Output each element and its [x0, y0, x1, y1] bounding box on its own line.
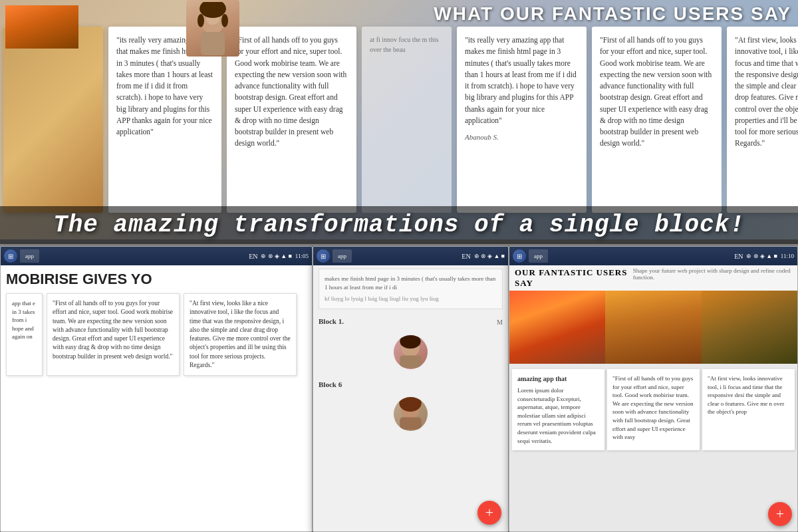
block-6-label: Block 6 [319, 380, 342, 388]
image-block-coastal [702, 291, 797, 364]
taskbar-middle: ⊞ app EN ⊕ ⊗ ◈ ▲ ■ [313, 247, 508, 265]
testimonials-row-top: "its really very amazing app that makes … [0, 27, 798, 213]
right-card-main-text: "First of all hands off to you guys for … [612, 375, 693, 440]
lang-badge-right: EN [734, 253, 743, 260]
block-6-row: Block 6 [313, 378, 508, 394]
right-browser-topbar: OUR FANTASTIC USERS SAY Shape your futur… [509, 265, 797, 291]
bottom-card-partial-text: app that e in 3 takes from i hope and ag… [12, 300, 35, 340]
taskbar-item-mid[interactable]: app [332, 249, 352, 263]
right-testimonials-row: amazing app that Lorem ipsum dolor conse… [509, 366, 797, 453]
testimonial-card-2: "First of all hands off to you guys for … [227, 27, 356, 213]
testimonial-card-5: "At first view, looks like a nice innova… [727, 27, 798, 213]
taskbar-label-mid: app [338, 253, 346, 259]
image-block-sunset [509, 291, 605, 364]
avatar-block-2 [313, 394, 508, 438]
taskbar-right-info: EN ⊕ ⊗ ◈ ▲ ■ 11:10 [734, 253, 794, 260]
bottom-card-main: "First of all hands off to you guys for … [47, 293, 180, 376]
start-button-icon-right[interactable]: ⊞ [513, 249, 526, 263]
system-icons-right: ⊕ ⊗ ◈ ▲ ■ [746, 253, 777, 259]
browser-window-right: ⊞ app EN ⊕ ⊗ ◈ ▲ ■ 11:10 OUR FANTASTIC U… [509, 246, 798, 532]
block-1-label: Block 1. [319, 317, 344, 325]
right-card-lorem-label: amazing app that [517, 374, 599, 384]
add-block-button[interactable]: + [477, 501, 501, 525]
editor-content: makes me finish html page in 3 minutes (… [313, 265, 508, 531]
testimonial-card-middle-blurred: at fi innov focu the m this over the bea… [362, 27, 452, 213]
image-block-water [605, 291, 701, 364]
right-card-main: "First of all hands off to you guys for … [607, 369, 700, 450]
image-blocks-row [509, 291, 797, 364]
testimonial-text-3: "its really very amazing app that makes … [465, 36, 577, 124]
taskbar-app-label: app [25, 253, 34, 259]
browser-window-left: ⊞ app EN ⊕ ⊗ ◈ ▲ ■ 11:05 MOBIRISE GIVES … [0, 246, 313, 532]
avatar-face-2 [394, 397, 428, 431]
person-photo-top [186, 0, 243, 57]
browser-content-left: MOBIRISE GIVES YO app that e in 3 takes … [1, 265, 312, 531]
start-button-icon[interactable]: ⊞ [4, 249, 17, 263]
right-card-partial-text: "At first view, looks innovative tool, i… [708, 375, 784, 415]
overlay-title-text: The amazing transformations of a single … [53, 211, 745, 239]
page-header-title: WHAT OUR FANTASTIC USERS SAY [434, 3, 791, 25]
taskbar-left: ⊞ app EN ⊕ ⊗ ◈ ▲ ■ 11:05 [1, 247, 312, 265]
bottom-card-third-text: "At first view, looks like a nice innova… [190, 300, 291, 368]
mobirise-title: MOBIRISE GIVES YO [6, 271, 307, 288]
right-topbar-subtitle: Shape your future web project with sharp… [633, 267, 792, 289]
avatar-image-2 [392, 396, 429, 432]
svg-point-4 [198, 14, 204, 27]
start-button-icon-mid[interactable]: ⊞ [317, 249, 330, 263]
taskbar-right-mid: EN ⊕ ⊗ ◈ ▲ ■ [462, 253, 505, 260]
testimonial-card-3: "its really very amazing app that makes … [457, 27, 587, 213]
testimonial-author-3: Abanoub S. [465, 132, 579, 143]
testimonial-text-middle: at fi innov focu the m this over the bea… [370, 36, 438, 53]
lang-badge-left: EN [249, 253, 257, 260]
browser-right-content: OUR FANTASTIC USERS SAY Shape your futur… [509, 265, 797, 531]
taskbar-item-right[interactable]: app [529, 249, 548, 263]
header-title-area: WHAT OUR FANTASTIC USERS SAY [434, 3, 791, 25]
testimonial-card-image [3, 27, 103, 213]
testimonial-text-2: "First of all hands off to you guys for … [235, 36, 346, 147]
avatar-block-1 [313, 331, 508, 378]
taskbar-label-right: app [534, 253, 543, 259]
right-card-partial: "At first view, looks innovative tool, i… [702, 369, 795, 450]
overlay-title-bar: The amazing transformations of a single … [0, 206, 798, 244]
block-label-row: Block 1. M [313, 315, 508, 331]
svg-rect-11 [400, 417, 421, 430]
editor-random-text: kf liuyg lo lyuig l luig liug liugl liu … [325, 295, 497, 303]
right-card-lorem-text: Lorem ipsum dolor consecteturadip Except… [517, 386, 599, 445]
block-label-m: M [497, 319, 503, 326]
right-card-lorem: amazing app that Lorem ipsum dolor conse… [512, 369, 604, 450]
taskbar-app-item[interactable]: app [20, 249, 39, 263]
taskbar-time-left: 11:05 [295, 253, 309, 259]
card-landscape-img [3, 27, 103, 213]
testimonial-text-4: "First of all hands off to you guys for … [600, 36, 712, 147]
person-image [186, 0, 239, 57]
landscape-img-inner [5, 5, 78, 49]
taskbar-right-browser: ⊞ app EN ⊕ ⊗ ◈ ▲ ■ 11:10 [509, 247, 797, 265]
our-fantastic-users-label: OUR FANTASTIC USERS SAY [515, 267, 633, 289]
svg-rect-1 [201, 32, 225, 55]
testimonial-card-4: "First of all hands off to you guys for … [592, 27, 722, 213]
editor-top-block: makes me finish html page in 3 minutes (… [319, 269, 503, 309]
editor-top-text: makes me finish html page in 3 minutes (… [325, 275, 497, 291]
taskbar-right-left: EN ⊕ ⊗ ◈ ▲ ■ 11:05 [249, 253, 309, 260]
bottom-section: ⊞ app EN ⊕ ⊗ ◈ ▲ ■ 11:05 MOBIRISE GIVES … [0, 246, 798, 532]
browser-window-middle: ⊞ app EN ⊕ ⊗ ◈ ▲ ■ makes me finish html … [313, 246, 509, 532]
bottom-card-partial: app that e in 3 takes from i hope and ag… [6, 293, 43, 376]
system-icons-left: ⊕ ⊗ ◈ ▲ ■ [261, 253, 291, 259]
taskbar-time-right: 11:10 [781, 253, 794, 259]
avatar-face-1 [394, 335, 428, 369]
avatar-image-1 [392, 334, 429, 370]
bottom-card-third: "At first view, looks like a nice innova… [184, 293, 297, 376]
landscape-image-small [5, 5, 78, 49]
svg-point-5 [221, 14, 228, 27]
lang-badge-mid: EN [462, 253, 470, 260]
bottom-testimonials-left: app that e in 3 takes from i hope and ag… [6, 293, 307, 376]
add-block-button-right[interactable]: + [768, 502, 792, 526]
testimonial-text-5: "At first view, looks like a nice innova… [735, 36, 798, 147]
system-icons-mid: ⊕ ⊗ ◈ ▲ ■ [474, 253, 505, 259]
svg-rect-8 [400, 355, 421, 368]
bottom-card-main-text: "First of all hands off to you guys for … [53, 300, 173, 360]
